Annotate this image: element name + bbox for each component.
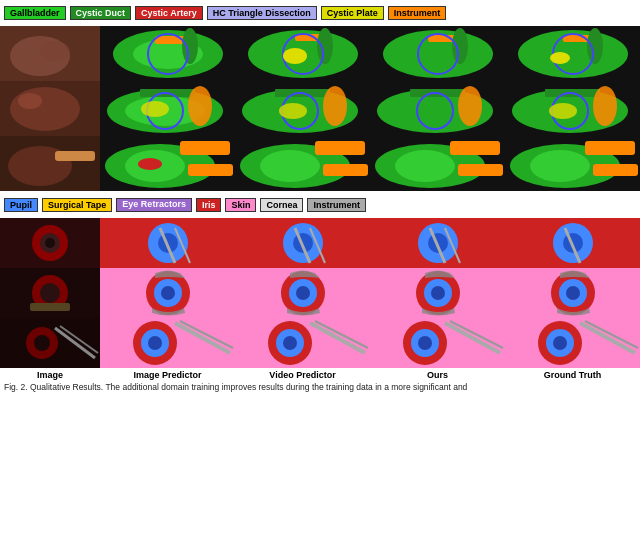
col-label-ground-truth: Ground Truth — [505, 370, 640, 380]
cell-bot-1-3 — [235, 218, 370, 268]
bottom-image-grid — [0, 218, 640, 368]
col-label-video-predictor: Video Predictor — [235, 370, 370, 380]
cell-top-3-2 — [100, 136, 235, 191]
cell-bot-1-5 — [505, 218, 640, 268]
cell-top-1-1 — [0, 26, 100, 81]
cell-bot-3-3 — [235, 318, 370, 368]
legend-cystic-duct: Cystic Duct — [70, 6, 132, 20]
svg-point-146 — [553, 336, 567, 350]
cell-top-3-1 — [0, 136, 100, 191]
cell-bot-3-1 — [0, 318, 100, 368]
svg-rect-64 — [315, 141, 365, 155]
cell-top-2-2 — [100, 81, 235, 136]
cell-bot-2-3 — [235, 268, 370, 318]
svg-point-33 — [188, 86, 212, 126]
cell-bot-2-2 — [100, 268, 235, 318]
legend-gallbladder: Gallbladder — [4, 6, 66, 20]
cell-bot-2-1 — [0, 268, 100, 318]
svg-point-28 — [18, 93, 42, 109]
cell-bot-3-4 — [370, 318, 505, 368]
cell-top-2-3 — [235, 81, 370, 136]
cell-top-3-3 — [235, 136, 370, 191]
svg-point-107 — [161, 286, 175, 300]
svg-point-12 — [317, 28, 333, 64]
svg-point-14 — [283, 48, 307, 64]
cell-bot-3-5 — [505, 318, 640, 368]
col-label-image: Image — [0, 370, 100, 380]
svg-point-76 — [530, 150, 590, 182]
cell-top-3-4 — [370, 136, 505, 191]
col-labels-row: Image Image Predictor Video Predictor Ou… — [0, 369, 640, 381]
bot-row-3 — [0, 318, 640, 368]
cell-top-3-5 — [505, 136, 640, 191]
cell-bot-3-2 — [100, 318, 235, 368]
svg-rect-69 — [450, 141, 500, 155]
svg-rect-70 — [458, 164, 503, 176]
legend-cystic-artery: Cystic Artery — [135, 6, 203, 20]
svg-rect-103 — [30, 303, 70, 311]
cell-top-1-5 — [505, 26, 640, 81]
legend-instrument-top: Instrument — [388, 6, 447, 20]
svg-rect-74 — [585, 141, 635, 155]
cell-bot-1-4 — [370, 218, 505, 268]
svg-point-111 — [296, 286, 310, 300]
svg-point-128 — [148, 336, 162, 350]
svg-point-71 — [395, 150, 455, 182]
svg-point-23 — [587, 28, 603, 64]
cell-top-2-4 — [370, 81, 505, 136]
svg-point-50 — [593, 86, 617, 126]
cell-top-1-2 — [100, 26, 235, 81]
svg-point-61 — [138, 158, 162, 170]
legend-pupil: Pupil — [4, 198, 38, 212]
svg-point-35 — [141, 101, 169, 117]
bot-row-2 — [0, 268, 640, 318]
cell-top-2-1 — [0, 81, 100, 136]
cell-top-2-5 — [505, 81, 640, 136]
svg-point-134 — [283, 336, 297, 350]
svg-point-122 — [34, 335, 50, 351]
top-row-2 — [0, 81, 640, 136]
cell-bot-1-2 — [100, 218, 235, 268]
svg-point-41 — [279, 103, 307, 119]
svg-point-66 — [260, 150, 320, 182]
svg-point-25 — [550, 52, 570, 64]
svg-point-102 — [40, 283, 60, 303]
legend-skin: Skin — [225, 198, 256, 212]
svg-rect-58 — [180, 141, 230, 155]
legend-iris: Iris — [196, 198, 222, 212]
svg-rect-75 — [593, 164, 638, 176]
svg-rect-65 — [323, 164, 368, 176]
legend-hc-triangle: HC Triangle Dissection — [207, 6, 317, 20]
top-legend: Gallbladder Cystic Duct Cystic Artery HC… — [0, 0, 640, 26]
svg-point-2 — [40, 41, 70, 61]
svg-point-80 — [45, 238, 55, 248]
svg-point-7 — [182, 28, 198, 64]
caption: Fig. 2. Qualitative Results. The additio… — [0, 381, 640, 394]
cell-bot-1-1 — [0, 218, 100, 268]
top-image-grid — [0, 26, 640, 191]
cell-bot-2-4 — [370, 268, 505, 318]
svg-point-115 — [431, 286, 445, 300]
svg-rect-55 — [55, 151, 95, 161]
cell-bot-2-5 — [505, 268, 640, 318]
bot-row-1 — [0, 218, 640, 268]
legend-instrument-bot: Instrument — [307, 198, 366, 212]
svg-point-39 — [323, 86, 347, 126]
top-row-3 — [0, 136, 640, 191]
svg-point-119 — [566, 286, 580, 300]
svg-point-18 — [452, 28, 468, 64]
bottom-legend: Pupil Surgical Tape Eye Retractors Iris … — [0, 192, 640, 218]
cell-top-1-3 — [235, 26, 370, 81]
legend-cornea: Cornea — [260, 198, 303, 212]
svg-point-45 — [458, 86, 482, 126]
legend-eye-retractors: Eye Retractors — [116, 198, 192, 212]
col-label-image-predictor: Image Predictor — [100, 370, 235, 380]
svg-point-27 — [10, 87, 80, 131]
svg-point-140 — [418, 336, 432, 350]
svg-point-52 — [549, 103, 577, 119]
legend-surgical-tape: Surgical Tape — [42, 198, 112, 212]
col-label-ours: Ours — [370, 370, 505, 380]
cell-top-1-4 — [370, 26, 505, 81]
svg-rect-59 — [188, 164, 233, 176]
top-row-1 — [0, 26, 640, 81]
